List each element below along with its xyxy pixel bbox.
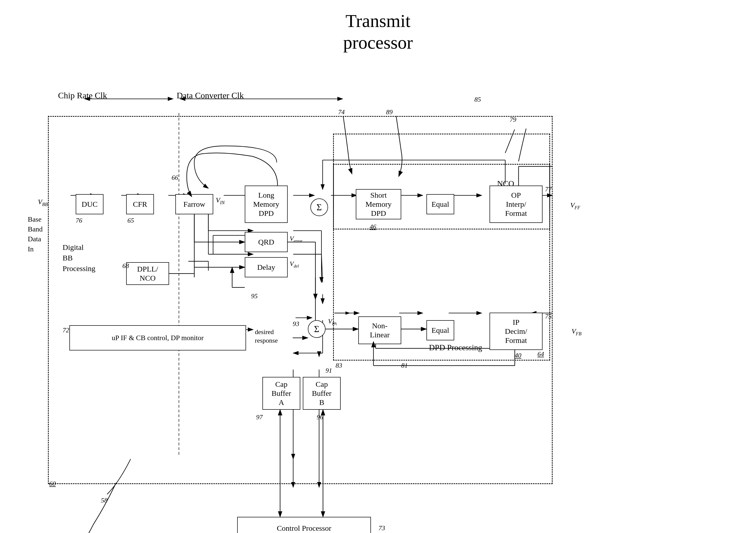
ref-65: 65 <box>127 217 134 224</box>
nonlinear-block: Non- Linear <box>358 317 401 344</box>
ref-64: 64 <box>537 350 544 358</box>
vbb-sub: BB <box>42 202 48 207</box>
cfr-block: CFR <box>126 194 154 214</box>
ref-79: 79 <box>510 116 516 123</box>
ref-74: 74 <box>338 109 345 116</box>
ref-72: 72 <box>63 326 69 334</box>
vfb-label: VFB <box>572 327 581 337</box>
verror-label: Verror <box>290 235 303 243</box>
dpd-processing-label: DPD Processing <box>429 343 482 352</box>
farrow-block: Farrow <box>176 194 213 214</box>
ref-97: 97 <box>256 414 263 421</box>
vin-label: VIN <box>216 196 225 206</box>
ip-decim-block: IP Decim/ Format <box>490 313 543 350</box>
duc-block: DUC <box>76 194 103 214</box>
sigma1-circle: Σ <box>310 198 328 216</box>
vpa-label: VPA <box>328 318 337 326</box>
ref-73: 73 <box>379 524 385 532</box>
ref-96: 96 <box>317 414 323 421</box>
ref-66: 66 <box>172 174 178 182</box>
up-if-block: uP IF & CB control, DP monitor <box>69 325 246 350</box>
ref-81: 81 <box>401 362 408 369</box>
ref-40: 40 <box>515 352 521 359</box>
long-memory-dpd-block: Long Memory DPD <box>245 186 288 223</box>
delay-block: Delay <box>245 257 288 277</box>
short-memory-dpd-block: Short Memory DPD <box>356 189 401 219</box>
page-title: Transmit processor <box>0 10 756 54</box>
ref-89: 89 <box>386 109 392 116</box>
dpll-nco-block: DPLL/ NCO <box>126 262 169 285</box>
data-converter-clk-label: Data Converter Clk <box>176 91 244 100</box>
ref-60: 60 <box>49 480 56 488</box>
ref-83: 83 <box>336 362 342 369</box>
ref-91: 91 <box>326 367 332 374</box>
chip-rate-clk-label: Chip Rate Clk <box>58 91 107 100</box>
desired-response-label: desiredresponse <box>255 328 278 345</box>
ref-46: 46 <box>370 223 376 231</box>
equal2-block: Equal <box>426 320 454 341</box>
ref-68: 68 <box>122 262 129 270</box>
vbb-label: VBB <box>38 198 48 207</box>
digital-bb-label: DigitalBBProcessing <box>63 242 95 274</box>
ref-76: 76 <box>76 217 82 224</box>
cap-buffer-a-block: Cap Buffer A <box>262 377 300 410</box>
vff-label: VFF <box>570 201 580 211</box>
baseband-data-label: BaseBandDataIn <box>28 214 43 254</box>
ref-77: 77 <box>545 186 552 193</box>
ref-85: 85 <box>474 96 481 103</box>
ref-75: 75 <box>545 313 552 320</box>
ref-93: 93 <box>293 320 299 328</box>
ref-95: 95 <box>251 292 257 300</box>
vdel-label: Vdel <box>290 260 299 269</box>
sigma2-circle: Σ <box>308 320 326 338</box>
op-interp-block: OP Interp/ Format <box>490 186 543 223</box>
equal1-block: Equal <box>426 194 454 214</box>
qrd-block: QRD <box>245 232 288 252</box>
ref-58: 58 <box>101 497 107 504</box>
control-processor-block: Control Processor <box>237 517 371 533</box>
cap-buffer-b-block: Cap Buffer B <box>303 377 341 410</box>
